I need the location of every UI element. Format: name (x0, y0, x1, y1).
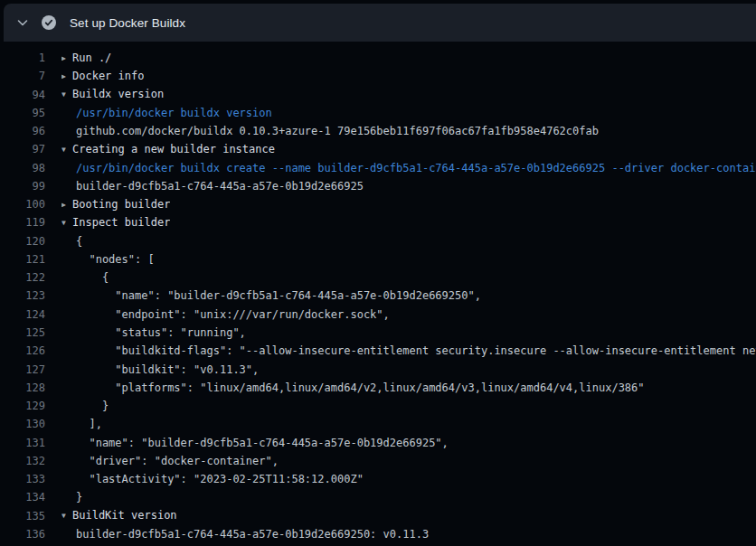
log-text: { (76, 235, 82, 248)
line-number[interactable]: 100 (0, 195, 45, 213)
line-number[interactable]: 129 (0, 397, 45, 415)
log-text-row: builder-d9cfb5a1-c764-445a-a57e-0b19d2e6… (61, 525, 429, 543)
log-line: 119▼Inspect builder (0, 213, 756, 231)
log-group-row: ▼Buildx version (61, 85, 164, 104)
line-number[interactable]: 95 (0, 104, 45, 122)
log-text: /usr/bin/docker buildx version (76, 107, 272, 119)
log-text-row: "endpoint": "unix:///var/run/docker.sock… (61, 306, 390, 324)
triangle-expanded-icon[interactable]: ▼ (61, 86, 72, 104)
log-line: 100▶Booting builder (0, 195, 756, 213)
log-line: 129 } (0, 397, 756, 415)
line-number[interactable]: 120 (0, 232, 45, 250)
log-line: 120{ (0, 232, 756, 250)
log-text-row: ], (61, 415, 102, 433)
log-line: 123 "name": "builder-d9cfb5a1-c764-445a-… (0, 287, 756, 305)
check-circle-icon (42, 15, 56, 30)
triangle-expanded-icon[interactable]: ▼ (61, 214, 72, 232)
log-text: "platforms": "linux/amd64,linux/amd64/v2… (76, 381, 645, 394)
group-title[interactable]: Buildx version (72, 88, 164, 100)
log-line: 96github.com/docker/buildx 0.10.3+azure-… (0, 122, 756, 140)
line-number[interactable]: 131 (0, 434, 45, 452)
line-number[interactable]: 1 (0, 49, 45, 67)
log-text: "name": "builder-d9cfb5a1-c764-445a-a57e… (76, 289, 481, 302)
log-viewer: 1▶Run ./7▶Docker info94▼Buildx version95… (0, 42, 756, 546)
line-number[interactable]: 97 (0, 140, 45, 158)
log-line: 127 "buildkit": "v0.11.3", (0, 361, 756, 379)
line-number[interactable]: 94 (0, 86, 45, 104)
log-text: ], (76, 418, 102, 430)
triangle-collapsed-icon[interactable]: ▶ (61, 50, 72, 68)
log-group-row: ▶Docker info (61, 67, 144, 86)
group-title[interactable]: Booting builder (72, 198, 170, 211)
group-title[interactable]: Docker info (72, 70, 144, 82)
line-number[interactable]: 99 (0, 177, 45, 195)
chevron-down-icon[interactable] (15, 15, 30, 30)
line-number[interactable]: 123 (0, 287, 45, 305)
line-number[interactable]: 121 (0, 250, 45, 268)
group-title[interactable]: Run ./ (72, 52, 111, 64)
log-line: 94▼Buildx version (0, 86, 756, 104)
log-text: builder-d9cfb5a1-c764-445a-a57e-0b19d2e6… (76, 180, 364, 193)
group-title[interactable]: Creating a new builder instance (72, 143, 275, 155)
step-title: Set up Docker Buildx (70, 16, 185, 30)
log-line: 130 ], (0, 415, 756, 433)
triangle-expanded-icon[interactable]: ▼ (61, 141, 72, 159)
log-line: 133 "lastActivity": "2023-02-25T11:58:12… (0, 470, 756, 488)
log-text-row: "buildkitd-flags": "--allow-insecure-ent… (61, 342, 756, 360)
log-text-row: "nodes": [ (61, 250, 155, 268)
log-group-row: ▼BuildKit version (61, 506, 177, 525)
log-text-row: builder-d9cfb5a1-c764-445a-a57e-0b19d2e6… (61, 177, 364, 195)
log-line: 121 "nodes": [ (0, 250, 756, 268)
line-number[interactable]: 128 (0, 379, 45, 397)
log-text-row: } (61, 488, 82, 506)
line-number[interactable]: 127 (0, 361, 45, 379)
log-text-row: } (61, 397, 109, 415)
log-text-row: /usr/bin/docker buildx create --name bui… (61, 159, 756, 177)
triangle-collapsed-icon[interactable]: ▶ (61, 68, 72, 86)
step-header[interactable]: Set up Docker Buildx (4, 4, 756, 42)
line-number[interactable]: 134 (0, 488, 45, 506)
log-text-row: "lastActivity": "2023-02-25T11:58:12.000… (61, 470, 364, 488)
log-text: "driver": "docker-container", (76, 455, 279, 467)
line-number[interactable]: 7 (0, 67, 45, 85)
log-text: "lastActivity": "2023-02-25T11:58:12.000… (76, 473, 364, 485)
log-line: 136builder-d9cfb5a1-c764-445a-a57e-0b19d… (0, 525, 756, 543)
log-text-row: "buildkit": "v0.11.3", (61, 361, 259, 379)
log-text: } (76, 400, 109, 412)
log-line: 132 "driver": "docker-container", (0, 452, 756, 470)
log-line: 97▼Creating a new builder instance (0, 140, 756, 158)
line-number[interactable]: 98 (0, 159, 45, 177)
line-number[interactable]: 130 (0, 415, 45, 433)
group-title[interactable]: Inspect builder (72, 216, 170, 229)
log-line: 134} (0, 488, 756, 506)
log-line: 135▼BuildKit version (0, 507, 756, 525)
log-text: "endpoint": "unix:///var/run/docker.sock… (76, 308, 390, 321)
line-number[interactable]: 125 (0, 324, 45, 342)
line-number[interactable]: 135 (0, 507, 45, 525)
log-text-row: { (61, 232, 82, 250)
log-line: 99builder-d9cfb5a1-c764-445a-a57e-0b19d2… (0, 177, 756, 195)
line-number[interactable]: 126 (0, 342, 45, 360)
log-text-row: /usr/bin/docker buildx version (61, 104, 272, 122)
log-line: 126 "buildkitd-flags": "--allow-insecure… (0, 342, 756, 360)
group-title[interactable]: BuildKit version (72, 509, 177, 522)
log-text-row: "platforms": "linux/amd64,linux/amd64/v2… (61, 379, 645, 397)
log-text: /usr/bin/docker buildx create --name bui… (76, 162, 756, 174)
log-group-row: ▼Inspect builder (61, 213, 170, 232)
log-text: "name": "builder-d9cfb5a1-c764-445a-a57e… (76, 437, 449, 449)
log-line: 98/usr/bin/docker buildx create --name b… (0, 159, 756, 177)
log-text: builder-d9cfb5a1-c764-445a-a57e-0b19d2e6… (76, 528, 429, 541)
line-number[interactable]: 132 (0, 452, 45, 470)
triangle-collapsed-icon[interactable]: ▶ (61, 196, 72, 214)
log-text-row: "status": "running", (61, 324, 246, 342)
triangle-expanded-icon[interactable]: ▼ (61, 507, 72, 525)
line-number[interactable]: 136 (0, 525, 45, 543)
log-line: 125 "status": "running", (0, 324, 756, 342)
log-group-row: ▶Booting builder (61, 195, 170, 214)
line-number[interactable]: 122 (0, 268, 45, 287)
line-number[interactable]: 119 (0, 213, 45, 231)
line-number[interactable]: 124 (0, 306, 45, 324)
line-number[interactable]: 96 (0, 122, 45, 140)
line-number[interactable]: 133 (0, 470, 45, 488)
log-line: 124 "endpoint": "unix:///var/run/docker.… (0, 306, 756, 324)
